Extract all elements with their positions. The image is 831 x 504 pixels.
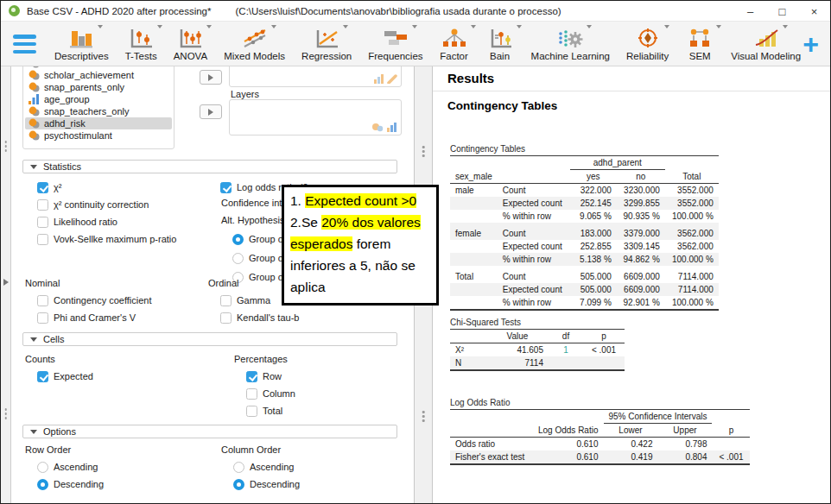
variable-item-adhd_risk[interactable]: adhd_risk [25, 117, 172, 129]
percentages-options: Percentages RowColumnTotal [234, 354, 295, 421]
annotation-note: 1. Expected count >02.Se 20% dos valores… [282, 185, 439, 306]
dropdown-caret-icon [517, 25, 522, 28]
drag-handle[interactable] [4, 141, 7, 152]
table-row: maleCount322.0003230.0003552.000 [450, 184, 719, 198]
layers-drop-zone[interactable] [229, 99, 402, 135]
variable-name: alcohol [44, 66, 74, 68]
module-label: Regression [301, 51, 352, 61]
nominal-icon [372, 123, 384, 132]
drag-handle[interactable] [422, 146, 425, 157]
descriptives-icon [67, 24, 96, 50]
table-cell [583, 356, 625, 370]
variable-name: snap_teachers_only [44, 106, 129, 117]
checkbox-row[interactable]: Column [246, 387, 295, 400]
table-cell: < .001 [583, 343, 625, 357]
module-button-frequencies[interactable]: Frequencies [368, 24, 422, 61]
variable-name: adhd_risk [44, 118, 86, 129]
table-cell: 252.145 [570, 197, 617, 210]
checkbox-row[interactable]: Expected [37, 369, 93, 383]
add-module-button[interactable]: + [802, 31, 819, 57]
module-buttons: DescriptivesT-TestsANOVAMixed ModelsRegr… [54, 24, 801, 61]
checkbox-row[interactable]: Vovk-Sellke maximum p-ratio [37, 232, 176, 246]
minimize-button[interactable]: – [734, 1, 766, 22]
table-caption: Contingency Tables [450, 144, 525, 154]
table-row: femaleCount183.0003379.0003562.000 [450, 223, 719, 240]
variable-item-scholar_achievement[interactable]: scholar_achievement [25, 69, 172, 81]
checkbox-row[interactable]: Total [246, 404, 295, 418]
checkbox-row[interactable]: Kendall's tau-b [220, 311, 299, 324]
variable-item-age_group[interactable]: age_group [25, 93, 172, 105]
module-label: T-Tests [125, 51, 157, 61]
section-header-statistics[interactable]: Statistics [22, 160, 397, 173]
checkbox-label: Contingency coefficient [54, 295, 152, 306]
checkbox [37, 312, 48, 324]
bar-chart-icon [387, 123, 397, 132]
checkbox-row[interactable]: χ² [37, 180, 176, 194]
drag-handle[interactable] [4, 408, 7, 419]
table-row: Fisher's exact test0.6100.4190.804< .001 [450, 450, 750, 464]
checkbox-row[interactable]: Likelihood ratio [37, 215, 176, 229]
column-header: Value [486, 330, 549, 343]
table-cell: Expected count [498, 197, 570, 210]
module-button-regression[interactable]: Regression [301, 24, 352, 61]
module-button-mixed-models[interactable]: Mixed Models [224, 24, 285, 61]
checkbox-row[interactable]: χ² continuity correction [37, 198, 176, 211]
checkbox-label: Phi and Cramer's V [54, 312, 136, 323]
table-cell: < .001 [712, 450, 750, 464]
hamburger-menu-button[interactable] [13, 35, 36, 54]
module-button-visual-modeling[interactable]: Visual Modeling [731, 24, 801, 61]
maximize-button[interactable]: □ [766, 1, 798, 22]
ttests-icon [126, 24, 155, 50]
table-row: Expected count252.8553309.1453562.000 [450, 240, 719, 253]
radio-row[interactable]: Ascending [37, 460, 104, 474]
module-button-sem[interactable]: SEM [685, 24, 714, 61]
radio-row[interactable]: Ascending [233, 460, 300, 474]
table-cell: 0.419 [604, 450, 658, 464]
checkbox-row[interactable]: Phi and Cramer's V [37, 311, 152, 324]
chi-squared-table-element: ValuedfpX²41.6051< .001N7114 [450, 329, 625, 371]
drag-handle[interactable] [422, 411, 425, 422]
module-button-t-tests[interactable]: T-Tests [125, 24, 157, 61]
module-button-machine-learning[interactable]: Machine Learning [531, 24, 610, 61]
variable-item-psychostimulant[interactable]: psychostimulant [25, 129, 172, 142]
checkbox-row[interactable]: Row [246, 369, 295, 383]
assign-variable-button[interactable] [200, 70, 222, 85]
module-label: Machine Learning [531, 51, 610, 61]
columns-drop-zone[interactable] [229, 66, 402, 87]
table-row: X²41.6051< .001 [450, 343, 625, 357]
module-button-anova[interactable]: ANOVA [174, 24, 207, 61]
allowed-types-icons [372, 123, 397, 132]
variable-item-snap_teachers_only[interactable]: snap_teachers_only [25, 105, 172, 117]
reliability-icon [633, 24, 663, 50]
column-header: Log Odds Ratio [533, 424, 604, 438]
checkbox-label: Likelihood ratio [54, 217, 117, 227]
table-cell: 6609.000 [617, 266, 665, 283]
hamburger-bar-icon [13, 50, 36, 54]
module-button-bain[interactable]: Bain [485, 24, 515, 61]
close-button[interactable]: × [798, 1, 830, 22]
variable-item-snap_parents_only[interactable]: snap_parents_only [25, 81, 172, 93]
module-button-reliability[interactable]: Reliability [626, 24, 669, 61]
module-button-factor[interactable]: Factor [440, 24, 469, 61]
radio-row[interactable]: Descending [233, 477, 300, 491]
row-order-options: Row Order AscendingDescending [25, 444, 104, 495]
module-button-descriptives[interactable]: Descriptives [54, 24, 109, 61]
assign-variable-button[interactable] [200, 104, 222, 119]
anova-icon [175, 24, 205, 50]
table-caption: Log Odds Ratio [450, 398, 511, 407]
statistics-left-options: χ²χ² continuity correctionLikelihood rat… [25, 180, 176, 249]
chi-squared-table: ValuedfpX²41.6051< .001N7114 [450, 329, 625, 371]
span-header: adhd_parent [570, 156, 665, 170]
dropdown-caret-icon [98, 25, 103, 28]
table-cell: 3562.000 [665, 240, 719, 253]
section-header-options[interactable]: Options [22, 425, 397, 438]
collapse-arrow-icon[interactable] [3, 279, 9, 286]
checkbox [220, 312, 232, 324]
table-cell: 100.000 % [665, 210, 719, 223]
file-path: (C:\Users\luisf\Documents\anovabr\biblio… [236, 6, 561, 16]
checkbox-row[interactable]: Contingency coefficient [37, 293, 152, 307]
frequencies-icon [381, 24, 410, 50]
checkbox [37, 295, 48, 306]
section-header-cells[interactable]: Cells [22, 332, 397, 346]
radio-row[interactable]: Descending [37, 477, 104, 491]
